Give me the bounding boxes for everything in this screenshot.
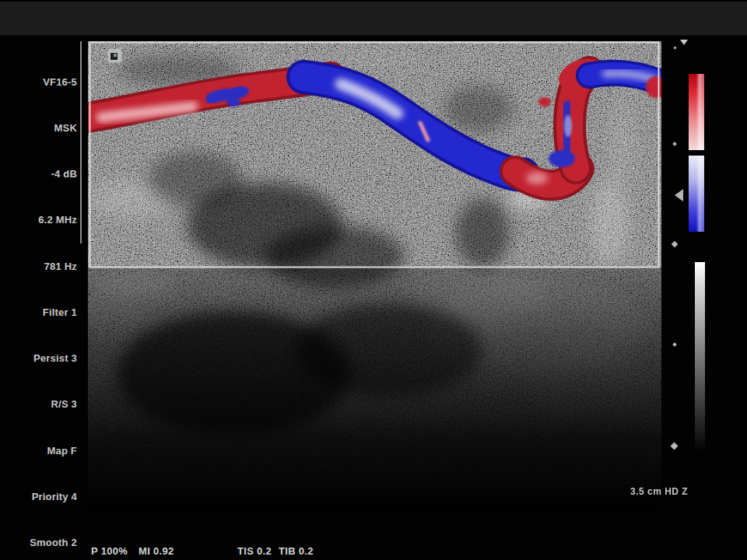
- header-bar: [0, 2, 747, 36]
- param-persist: Persist 3: [0, 351, 77, 366]
- depth-tick: [671, 443, 679, 450]
- param-prf: 781 Hz: [0, 259, 77, 275]
- doppler-scale-blue: [689, 156, 704, 232]
- probe-orientation-notch: [110, 53, 117, 60]
- ultrasound-image: [88, 41, 661, 509]
- depth-tick: [672, 142, 677, 146]
- param-map: Map F: [0, 443, 77, 459]
- mechanical-index-readout: MI 0.92: [139, 545, 174, 557]
- param-frequency: 6.2 MHz: [0, 212, 77, 228]
- param-gain: -4 dB: [0, 166, 77, 182]
- acoustic-power-readout: P 100%: [91, 545, 128, 557]
- focus-marker-icon: [680, 40, 688, 45]
- depth-tick: [672, 342, 677, 347]
- depth-tick: [672, 241, 678, 247]
- probe-orientation-icon: [108, 49, 121, 62]
- param-smooth: Smooth 2: [0, 535, 77, 551]
- param-resolution-speed: R/S 3: [0, 397, 77, 412]
- tib-readout: TIB 0.2: [279, 545, 314, 557]
- param-preset: MSK: [0, 121, 77, 136]
- depth-fade: [88, 268, 661, 509]
- depth-readout: 3.5 cm HD Z: [630, 486, 688, 497]
- tis-readout: TIS 0.2: [237, 545, 272, 557]
- doppler-scale-red: [689, 74, 704, 150]
- param-priority: Priority 4: [0, 489, 77, 505]
- imaging-parameters-panel: VF16-5 MSK -4 dB 6.2 MHz 781 Hz Filter 1…: [0, 44, 77, 560]
- grayscale-bar: [695, 262, 705, 450]
- ultrasound-screen: VF16-5 MSK -4 dB 6.2 MHz 781 Hz Filter 1…: [0, 0, 747, 560]
- depth-tick: [673, 46, 676, 49]
- baseline-marker-icon: [675, 189, 683, 201]
- probe-orientation-dot: [114, 54, 117, 57]
- param-filter: Filter 1: [0, 305, 77, 320]
- param-transducer: VF16-5: [0, 75, 77, 90]
- param-divider-line: [80, 41, 82, 243]
